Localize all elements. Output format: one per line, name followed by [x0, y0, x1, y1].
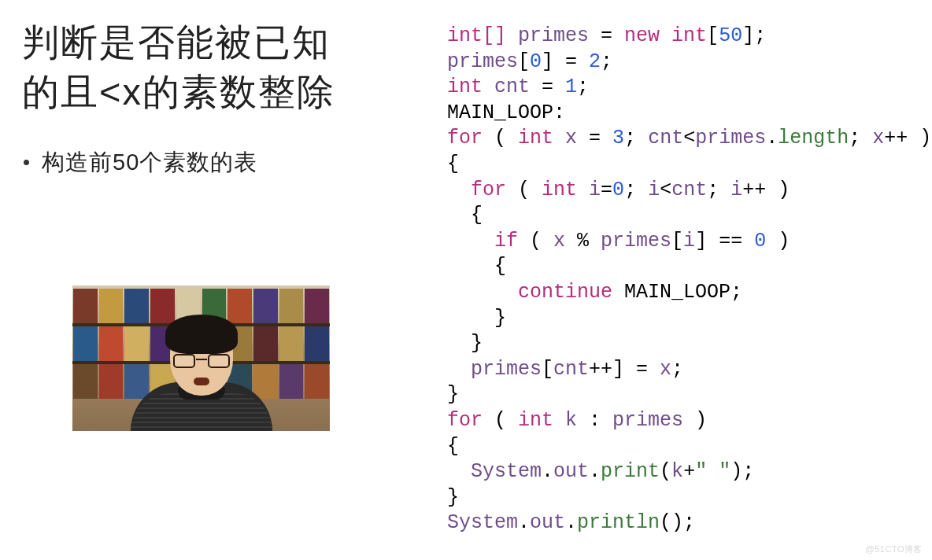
slide-title: 判断是否能被已知的且<x的素数整除 — [22, 17, 431, 117]
presenter-figure — [146, 313, 257, 431]
bullet-text: 构造前50个素数的表 — [42, 147, 257, 179]
title-line-1: 判断是否能被已知 — [22, 21, 331, 63]
presenter-photo — [72, 286, 330, 431]
bullet-dot-icon — [24, 160, 29, 165]
title-line-2: 的且<x的素数整除 — [22, 71, 335, 112]
left-panel: 判断是否能被已知的且<x的素数整除 构造前50个素数的表 — [22, 17, 431, 179]
code-block: int[] primes = new int[50]; primes[0] = … — [447, 24, 927, 536]
watermark: @51CTO博客 — [866, 543, 923, 555]
bullet-row: 构造前50个素数的表 — [22, 147, 431, 179]
